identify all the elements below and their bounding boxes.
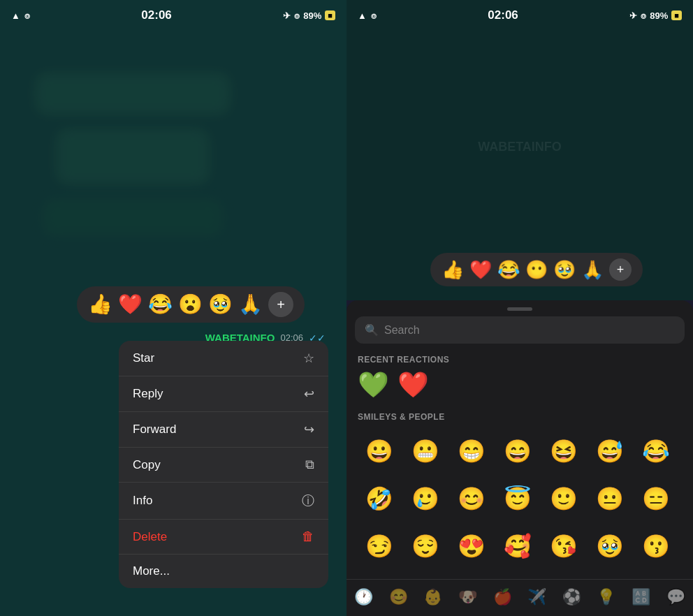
- emoji-neutral[interactable]: 😐: [588, 478, 632, 520]
- right-battery-percent: 89%: [650, 10, 668, 21]
- right-reaction-thumbsup[interactable]: 👍: [442, 261, 464, 279]
- more-label: More...: [133, 564, 170, 578]
- info-icon: ⓘ: [302, 492, 314, 509]
- right-wifi-icon: ⌾: [371, 10, 377, 21]
- emoji-grimacing[interactable]: 😬: [404, 430, 447, 472]
- copy-icon: ⧉: [305, 457, 314, 472]
- category-people[interactable]: 👶: [421, 585, 445, 609]
- plus-icon: +: [277, 297, 285, 313]
- right-wifi-icon-2: ⌾: [641, 10, 646, 21]
- right-reaction-neutral[interactable]: 😶: [525, 261, 548, 279]
- emoji-holding-back-tears[interactable]: 🥹: [588, 525, 632, 567]
- emoji-row-2: 🤣 🥲 😊 😇 🙂 😐 😑: [352, 475, 687, 522]
- smileys-label: SMILEYS & PEOPLE: [346, 408, 693, 427]
- category-travel[interactable]: ✈️: [525, 585, 549, 609]
- category-smileys[interactable]: 😊: [386, 585, 411, 609]
- star-icon: ☆: [303, 351, 314, 366]
- emoji-smiling-hearts[interactable]: 🥰: [496, 525, 539, 567]
- emoji-category-bar: 🕐 😊 👶 🐶 🍎 ✈️ ⚽ 💡 🔠 💬: [346, 579, 693, 616]
- signal-icon: ▲: [11, 10, 20, 21]
- trash-icon: 🗑: [302, 529, 314, 544]
- emoji-grid: 😀 😬 😁 😄 😆 😅 😂 🤣 🥲 😊 😇 🙂 😐 😑 😏 😌: [346, 427, 693, 579]
- emoji-rofl[interactable]: 😂: [634, 430, 678, 472]
- emoji-smirk[interactable]: 😏: [358, 525, 401, 567]
- reaction-heart[interactable]: ❤️: [118, 295, 143, 314]
- right-airplane-icon: ✈: [629, 10, 637, 21]
- forward-icon: ↪: [304, 422, 314, 437]
- emoji-kissing-heart[interactable]: 😘: [542, 525, 585, 567]
- emoji-grin[interactable]: 😄: [496, 430, 539, 472]
- emoji-rolling-laugh[interactable]: 🤣: [358, 478, 401, 520]
- recent-emoji-1[interactable]: 💚: [358, 370, 389, 399]
- forward-label: Forward: [133, 423, 176, 437]
- battery-icon: ■: [325, 10, 335, 20]
- category-objects[interactable]: 💡: [594, 585, 618, 609]
- reply-icon: ↩: [304, 386, 314, 402]
- right-plus-icon: +: [617, 263, 625, 277]
- reaction-pray[interactable]: 🙏: [238, 295, 263, 314]
- info-label: Info: [133, 494, 152, 508]
- star-label: Star: [133, 351, 154, 365]
- emoji-relieved2[interactable]: 😌: [404, 525, 447, 567]
- context-menu-more[interactable]: More...: [119, 555, 328, 588]
- right-status-bar: ▲ ⌾ 02:06 ✈ ⌾ 89% ■: [346, 0, 693, 31]
- status-right-icons: ✈ ⌾ 89% ■: [283, 10, 335, 21]
- emoji-expressionless[interactable]: 😑: [634, 478, 678, 520]
- category-activities[interactable]: ⚽: [560, 585, 584, 609]
- wifi-icon-2: ⌾: [294, 10, 300, 21]
- emoji-search-bar[interactable]: 🔍 Search: [355, 316, 685, 344]
- context-menu-delete[interactable]: Delete 🗑: [119, 520, 328, 555]
- emoji-beaming[interactable]: 😁: [450, 430, 493, 472]
- category-animals[interactable]: 🐶: [455, 585, 480, 609]
- category-flags[interactable]: 💬: [664, 585, 688, 609]
- context-menu-star[interactable]: Star ☆: [119, 341, 328, 376]
- search-icon: 🔍: [365, 323, 379, 337]
- emoji-grinning[interactable]: 😀: [358, 430, 401, 472]
- right-reaction-laugh[interactable]: 😂: [497, 261, 520, 279]
- right-watermark: WABETAINFO: [478, 140, 562, 154]
- emoji-heart-eyes[interactable]: 😍: [450, 525, 493, 567]
- airplane-icon: ✈: [283, 10, 291, 21]
- right-signal-icon: ▲: [358, 10, 367, 21]
- reaction-bar: 👍 ❤️ 😂 😮 🥹 🙏 +: [77, 286, 305, 323]
- context-menu-info[interactable]: Info ⓘ: [119, 483, 328, 520]
- category-symbols[interactable]: 🔠: [629, 585, 653, 609]
- search-placeholder: Search: [384, 324, 420, 337]
- context-menu-copy[interactable]: Copy ⧉: [119, 448, 328, 483]
- right-reaction-more-button[interactable]: +: [609, 258, 632, 281]
- left-status-bar: ▲ ⌾ 02:06 ✈ ⌾ 89% ■: [0, 0, 346, 31]
- emoji-smiling-tear[interactable]: 🥲: [404, 478, 447, 520]
- emoji-laughing[interactable]: 😆: [542, 430, 585, 472]
- right-reaction-pray[interactable]: 🙏: [581, 261, 604, 279]
- left-panel: ▲ ⌾ 02:06 ✈ ⌾ 89% ■ WABETAINFO 👍 ❤️ 😂 😮 …: [0, 0, 346, 616]
- category-food[interactable]: 🍎: [490, 585, 515, 609]
- emoji-innocent[interactable]: 😇: [496, 478, 539, 520]
- recent-emoji-2[interactable]: ❤️: [397, 370, 429, 399]
- status-left-icons: ▲ ⌾: [11, 10, 30, 21]
- emoji-relieved[interactable]: 😊: [450, 478, 493, 520]
- context-menu-forward[interactable]: Forward ↪: [119, 412, 328, 448]
- reaction-surprised[interactable]: 😮: [178, 295, 203, 314]
- context-menu-reply[interactable]: Reply ↩: [119, 376, 328, 412]
- reaction-crying[interactable]: 🥹: [208, 295, 233, 314]
- emoji-slightly-smiling[interactable]: 🙂: [542, 478, 585, 520]
- context-menu: Star ☆ Reply ↩ Forward ↪ Copy ⧉ Info ⓘ D…: [119, 341, 328, 588]
- emoji-kissing[interactable]: 😗: [634, 525, 678, 567]
- reaction-laugh[interactable]: 😂: [148, 295, 173, 314]
- right-status-left-icons: ▲ ⌾: [358, 10, 377, 21]
- copy-label: Copy: [133, 458, 161, 472]
- right-status-right-icons: ✈ ⌾ 89% ■: [629, 10, 682, 21]
- right-reaction-heart[interactable]: ❤️: [469, 261, 492, 279]
- category-recent[interactable]: 🕐: [351, 585, 376, 609]
- status-time: 02:06: [141, 8, 171, 22]
- reaction-thumbsup[interactable]: 👍: [88, 295, 112, 314]
- emoji-sweat-smile[interactable]: 😅: [588, 430, 632, 472]
- reply-label: Reply: [133, 387, 163, 401]
- reaction-more-button[interactable]: +: [268, 292, 293, 317]
- right-reaction-teary[interactable]: 🥹: [553, 261, 576, 279]
- right-reaction-bar: 👍 ❤️ 😂 😶 🥹 🙏 +: [430, 253, 643, 286]
- right-top-bg: ▲ ⌾ 02:06 ✈ ⌾ 89% ■ WABETAINFO 👍 ❤️ 😂 😶 …: [346, 0, 693, 300]
- wifi-icon: ⌾: [24, 10, 30, 21]
- emoji-row-3: 😏 😌 😍 🥰 😘 🥹 😗: [352, 522, 687, 570]
- right-panel: ▲ ⌾ 02:06 ✈ ⌾ 89% ■ WABETAINFO 👍 ❤️ 😂 😶 …: [346, 0, 693, 616]
